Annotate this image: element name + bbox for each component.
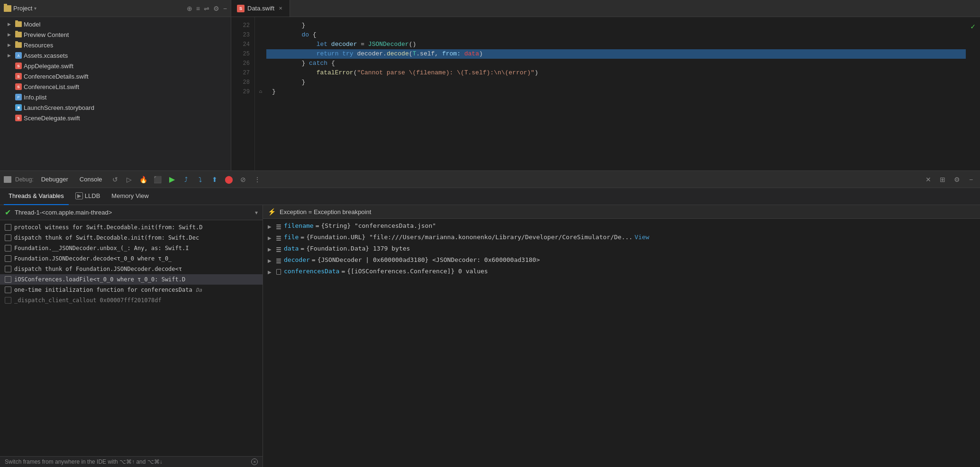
debug-stop-icon[interactable]: ⬛ xyxy=(153,174,163,185)
sidebar-item-conferencelist[interactable]: ▶ S ConferenceList.swift xyxy=(0,81,231,92)
code-lines[interactable]: } do { let decoder = JSONDecoder() retur… xyxy=(266,17,966,171)
stack-item-2[interactable]: Foundation.__JSONDecoder.unbox_(_: Any, … xyxy=(0,243,263,253)
stack-text-0: protocol witness for Swift.Decodable.ini… xyxy=(14,224,202,231)
debug-minimize-btn[interactable]: − xyxy=(966,174,976,185)
filter-icon[interactable]: ⇌ xyxy=(204,5,209,12)
code-line-27: fatalError("Cannot parse \(filename): \(… xyxy=(266,68,966,78)
stack-text-1: dispatch thunk of Swift.Decodable.init(f… xyxy=(14,234,199,241)
gutter-item-28 xyxy=(255,78,266,87)
debug-more-icon[interactable]: ⋮ xyxy=(252,174,263,185)
sidebar-item-conferencedetails[interactable]: ▶ S ConferenceDetails.swift xyxy=(0,71,231,81)
sidebar-item-label-conferencedetails: ConferenceDetails.swift xyxy=(24,73,89,80)
line-num-28: 28 xyxy=(231,78,254,87)
minimize-icon[interactable]: − xyxy=(223,5,227,12)
sidebar-item-appdelegate[interactable]: ▶ S AppDelegate.swift xyxy=(0,61,231,71)
var-icon-decoder xyxy=(276,258,281,263)
var-item-conferencesdata[interactable]: ▶ conferencesData = {[iOSConferences.Con… xyxy=(263,266,980,278)
var-link-file[interactable]: View xyxy=(635,234,649,241)
debug-tabs-bar: Threads & Variables ▶ LLDB Memory View xyxy=(0,188,980,205)
debug-area: Debug: Debugger Console ↺ ▷ 🔥 ⬛ ▶ ⤴ ⤵ ⬆ … xyxy=(0,171,980,467)
sidebar-item-label-launchscreen: LaunchScreen.storyboard xyxy=(24,104,94,111)
debug-flame-icon[interactable]: 🔥 xyxy=(138,174,149,185)
debug-split-btn[interactable]: ⊞ xyxy=(937,174,948,185)
stack-item-4[interactable]: dispatch thunk of Foundation.JSONDecoder… xyxy=(0,264,263,274)
settings-icon[interactable]: ⚙ xyxy=(213,5,219,12)
stack-item-6[interactable]: one-time initialization function for con… xyxy=(0,285,263,295)
var-name-filename: filename xyxy=(284,222,314,229)
var-row-conferencesdata: conferencesData = {[iOSConferences.Confe… xyxy=(284,268,488,275)
var-expand-data[interactable]: ▶ xyxy=(268,247,273,252)
stack-text-6: one-time initialization function for con… xyxy=(14,287,202,293)
sidebar-item-infoplist[interactable]: ▶ P Info.plist xyxy=(0,92,231,102)
tab-threads-variables[interactable]: Threads & Variables xyxy=(4,188,69,205)
sidebar-item-resources[interactable]: ▶ Resources xyxy=(0,40,231,50)
debug-tab-console[interactable]: Console xyxy=(76,174,106,185)
debug-left-panel: ✔ Thread-1-<com.apple.main-thread> ▾ pro… xyxy=(0,205,263,467)
var-item-data[interactable]: ▶ data = {Foundation.Data} 1379 bytes xyxy=(263,243,980,255)
thread-selector[interactable]: ✔ Thread-1-<com.apple.main-thread> ▾ xyxy=(0,205,263,220)
sidebar-item-label-resources: Resources xyxy=(24,42,53,49)
editor-tab-data-swift[interactable]: S Data.swift ✕ xyxy=(231,0,290,17)
stack-frame-icon-6 xyxy=(5,287,11,293)
sidebar-item-label-infoplist: Info.plist xyxy=(24,94,46,101)
debug-restart-icon[interactable]: ↺ xyxy=(110,174,120,185)
build-success-checkmark: ✓ xyxy=(971,22,975,31)
project-dropdown-arrow[interactable]: ▾ xyxy=(34,6,36,11)
tab-close-button[interactable]: ✕ xyxy=(277,5,284,12)
var-row-decoder: decoder = {JSONDecoder | 0x600000ad3180}… xyxy=(284,256,540,263)
sidebar-title: Project xyxy=(13,5,32,12)
tab-memory-view[interactable]: Memory View xyxy=(107,188,154,205)
debug-step-over-btn[interactable]: ⤴ xyxy=(181,174,191,185)
folder-icon-model xyxy=(15,21,22,27)
debug-continue-icon[interactable]: ▶ xyxy=(167,174,177,185)
var-item-decoder[interactable]: ▶ decoder = {JSONDecoder | 0x600000ad318… xyxy=(263,255,980,266)
gutter-item-25 xyxy=(255,49,266,59)
editor-gutter: ⌂ xyxy=(255,17,266,171)
folder-icon-preview xyxy=(15,32,22,37)
stack-item-0[interactable]: protocol witness for Swift.Decodable.ini… xyxy=(0,222,263,233)
stack-item-5[interactable]: iOSConferences.loadFile<τ_0_0 where τ_0_… xyxy=(0,274,263,285)
stack-frame-icon-7 xyxy=(5,297,11,304)
var-expand-decoder[interactable]: ▶ xyxy=(268,258,273,263)
var-item-filename[interactable]: ▶ filename = {String} "conferencesData.j… xyxy=(263,221,980,232)
stack-item-7[interactable]: _dispatch_client_callout 0x00007fff20107… xyxy=(0,295,263,305)
gutter-item-23 xyxy=(255,30,266,40)
debug-bottom-close[interactable]: ✕ xyxy=(251,458,258,465)
debug-settings-btn[interactable]: ⚙ xyxy=(952,174,962,185)
debug-slash-icon[interactable]: ⊘ xyxy=(238,174,248,185)
var-expand-conferencesdata[interactable]: ▶ xyxy=(268,269,273,275)
var-item-file[interactable]: ▶ file = {Foundation.URL} "file:///Users… xyxy=(263,232,980,243)
debug-step-out-btn[interactable]: ⬆ xyxy=(209,174,220,185)
var-expand-filename[interactable]: ▶ xyxy=(268,224,273,229)
stack-item-3[interactable]: Foundation.JSONDecoder.decode<τ_0_0 wher… xyxy=(0,253,263,264)
stack-text-2: Foundation.__JSONDecoder.unbox_(_: Any, … xyxy=(14,245,189,251)
tab-lldb[interactable]: ▶ LLDB xyxy=(71,188,105,205)
tree-arrow-resources: ▶ xyxy=(8,43,13,47)
debug-label: Debug: xyxy=(15,176,34,183)
var-icon-conferencesdata xyxy=(276,269,281,275)
debug-tab-debugger[interactable]: Debugger xyxy=(37,174,72,185)
debug-step-over-icon[interactable]: ▷ xyxy=(124,174,135,185)
var-value-file: {Foundation.URL} "file:///Users/marianna… xyxy=(306,234,633,241)
var-eq-decoder: = xyxy=(312,256,316,263)
stack-item-1[interactable]: dispatch thunk of Swift.Decodable.init(f… xyxy=(0,233,263,243)
line-num-23: 23 xyxy=(231,30,254,40)
add-file-icon[interactable]: ⊕ xyxy=(187,5,192,12)
project-folder-icon xyxy=(4,5,11,12)
debug-step-in-btn[interactable]: ⤵ xyxy=(195,174,206,185)
sidebar-item-launchscreen[interactable]: ▶ ▣ LaunchScreen.storyboard xyxy=(0,102,231,113)
var-row-file: file = {Foundation.URL} "file:///Users/m… xyxy=(284,234,649,241)
sidebar-item-preview-content[interactable]: ▶ Preview Content xyxy=(0,29,231,40)
sort-icon[interactable]: ≡ xyxy=(196,5,200,12)
debug-right-panel: ⚡ Exception = Exception breakpoint ▶ xyxy=(263,205,980,467)
code-line-26: } catch { xyxy=(266,59,966,68)
stack-frame-icon-5 xyxy=(5,276,11,283)
var-expand-file[interactable]: ▶ xyxy=(268,235,273,241)
debug-close-btn[interactable]: ✕ xyxy=(923,174,934,185)
sidebar-item-model[interactable]: ▶ Model xyxy=(0,19,231,29)
debug-breakpoint-icon[interactable]: ⬤ xyxy=(224,174,234,185)
line-num-29: 29 xyxy=(231,87,254,97)
sidebar-item-scenedelegate[interactable]: ▶ S SceneDelegate.swift xyxy=(0,113,231,123)
sidebar-item-assets[interactable]: ▶ A Assets.xcassets xyxy=(0,50,231,61)
var-row-data: data = {Foundation.Data} 1379 bytes xyxy=(284,245,410,252)
